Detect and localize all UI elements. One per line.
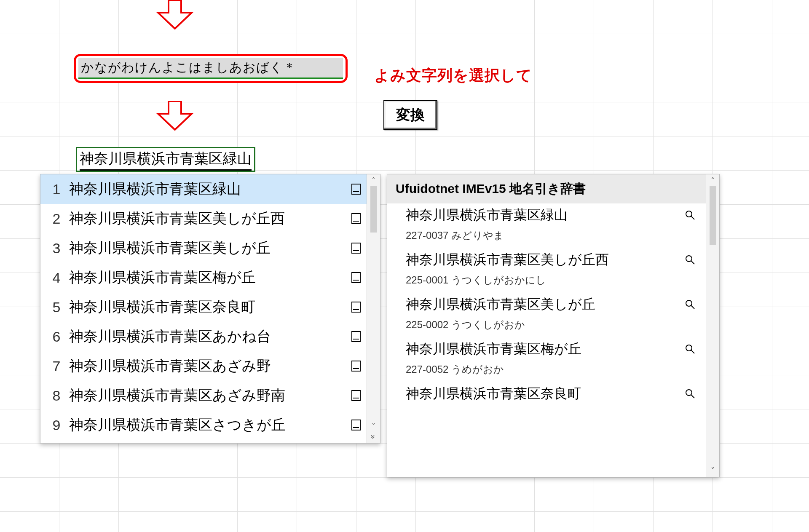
candidate-text: 神奈川県横浜市青葉区さつきが丘: [69, 415, 346, 435]
dictionary-icon: [349, 331, 363, 342]
candidate-text: 神奈川県横浜市青葉区美しが丘: [69, 238, 346, 258]
dictionary-icon: [349, 420, 363, 430]
convert-key[interactable]: 変換: [383, 100, 437, 130]
dictionary-item-name: 神奈川県横浜市青葉区美しが丘西: [406, 251, 609, 269]
dictionary-item[interactable]: 神奈川県横浜市青葉区梅が丘 227-0052 うめがおか: [387, 337, 706, 382]
scroll-up-icon[interactable]: ˄: [372, 177, 375, 184]
ime-candidate-5[interactable]: 5 神奈川県横浜市青葉区奈良町: [40, 292, 367, 322]
candidate-text: 神奈川県横浜市青葉区美しが丘西: [69, 209, 346, 228]
dictionary-item-name: 神奈川県横浜市青葉区梅が丘: [406, 340, 581, 358]
dictionary-item-detail: 227-0052 うめがおか: [406, 363, 696, 376]
svg-point-8: [686, 390, 692, 396]
dictionary-item-name: 神奈川県横浜市青葉区奈良町: [406, 385, 581, 403]
ime-candidate-6[interactable]: 6 神奈川県横浜市青葉区あかね台: [40, 322, 367, 351]
annotation-select-reading: よみ文字列を選択して: [374, 65, 532, 86]
dictionary-icon: [349, 361, 363, 372]
dictionary-icon: [349, 272, 363, 283]
dictionary-title: Ufuidotnet IMEv15 地名引き辞書: [387, 174, 706, 203]
dictionary-icon: [349, 184, 363, 195]
svg-point-0: [686, 211, 692, 217]
scrollbar-thumb[interactable]: [370, 186, 377, 233]
dictionary-icon: [349, 213, 363, 224]
candidate-number: 9: [44, 417, 69, 433]
dictionary-panel[interactable]: Ufuidotnet IMEv15 地名引き辞書 神奈川県横浜市青葉区緑山 22…: [387, 174, 720, 477]
svg-point-6: [686, 345, 692, 351]
ime-candidate-2[interactable]: 2 神奈川県横浜市青葉区美しが丘西: [40, 204, 367, 233]
dictionary-scrollbar[interactable]: ˄ ˅: [706, 174, 719, 477]
dictionary-item-detail: 225-0001 うつくしがおかにし: [406, 273, 696, 287]
dictionary-item-detail: 227-0037 みどりやま: [406, 229, 696, 242]
candidate-number: 2: [44, 211, 69, 227]
dictionary-item-detail: 225-0002 うつくしがおか: [406, 318, 696, 331]
svg-point-2: [686, 256, 692, 262]
arrow-down-icon: [156, 0, 194, 29]
candidate-number: 6: [44, 329, 69, 345]
svg-line-1: [691, 216, 694, 219]
expand-icon[interactable]: »: [370, 435, 377, 439]
candidate-number: 8: [44, 388, 69, 404]
dictionary-item-name: 神奈川県横浜市青葉区美しが丘: [406, 295, 595, 314]
dictionary-item[interactable]: 神奈川県横浜市青葉区美しが丘西 225-0001 うつくしがおかにし: [387, 248, 706, 293]
candidate-number: 1: [44, 181, 69, 198]
candidate-text: 神奈川県横浜市青葉区梅が丘: [69, 268, 346, 287]
ime-converted-cell[interactable]: 神奈川県横浜市青葉区緑山: [76, 147, 255, 172]
ime-candidate-7[interactable]: 7 神奈川県横浜市青葉区あざみ野: [40, 351, 367, 381]
dictionary-item[interactable]: 神奈川県横浜市青葉区緑山 227-0037 みどりやま: [387, 203, 706, 248]
dictionary-item[interactable]: 神奈川県横浜市青葉区奈良町: [387, 382, 706, 409]
scrollbar-thumb[interactable]: [710, 186, 716, 245]
candidate-text: 神奈川県横浜市青葉区奈良町: [69, 297, 346, 317]
magnifier-icon[interactable]: [685, 388, 696, 399]
arrow-down-icon: [156, 101, 194, 131]
ime-converted-text: 神奈川県横浜市青葉区緑山: [80, 149, 252, 171]
dictionary-icon: [349, 243, 363, 254]
dictionary-icon: [349, 390, 363, 401]
ime-candidate-1[interactable]: 1 神奈川県横浜市青葉区緑山: [40, 174, 367, 204]
candidate-text: 神奈川県横浜市青葉区あざみ野: [69, 356, 346, 376]
ime-candidate-9[interactable]: 9 神奈川県横浜市青葉区さつきが丘: [40, 410, 367, 440]
svg-point-4: [686, 300, 692, 306]
candidate-text: 神奈川県横浜市青葉区あかね台: [69, 327, 346, 346]
ime-reading-input[interactable]: かながわけんよこはましあおばく＊: [78, 58, 343, 79]
svg-line-7: [691, 350, 694, 353]
candidate-text: 神奈川県横浜市青葉区あざみ野南: [69, 386, 346, 405]
candidate-number: 7: [44, 358, 69, 374]
ime-candidate-3[interactable]: 3 神奈川県横浜市青葉区美しが丘: [40, 233, 367, 263]
magnifier-icon[interactable]: [685, 254, 696, 265]
dictionary-item-name: 神奈川県横浜市青葉区緑山: [406, 206, 568, 225]
ime-candidate-8[interactable]: 8 神奈川県横浜市青葉区あざみ野南: [40, 381, 367, 410]
magnifier-icon[interactable]: [685, 344, 696, 355]
candidate-scrollbar[interactable]: ˄ ˅ »: [367, 174, 380, 443]
magnifier-icon[interactable]: [685, 299, 696, 310]
scroll-up-icon[interactable]: ˄: [711, 177, 715, 184]
dictionary-item[interactable]: 神奈川県横浜市青葉区美しが丘 225-0002 うつくしがおか: [387, 293, 706, 337]
candidate-number: 3: [44, 240, 69, 257]
svg-line-9: [691, 395, 694, 398]
ime-candidate-list[interactable]: 1 神奈川県横浜市青葉区緑山 2 神奈川県横浜市青葉区美しが丘西 3 神奈川県横…: [40, 174, 380, 444]
magnifier-icon[interactable]: [685, 210, 696, 221]
scroll-down-icon[interactable]: ˅: [711, 467, 715, 474]
candidate-number: 4: [44, 270, 69, 286]
svg-line-5: [691, 305, 694, 309]
dictionary-icon: [349, 302, 363, 313]
scroll-down-icon[interactable]: ˅: [372, 423, 375, 430]
ime-reading-input-highlight: かながわけんよこはましあおばく＊: [74, 54, 348, 83]
svg-line-3: [691, 261, 694, 264]
ime-candidate-4[interactable]: 4 神奈川県横浜市青葉区梅が丘: [40, 263, 367, 292]
candidate-text: 神奈川県横浜市青葉区緑山: [69, 179, 346, 199]
candidate-number: 5: [44, 299, 69, 315]
